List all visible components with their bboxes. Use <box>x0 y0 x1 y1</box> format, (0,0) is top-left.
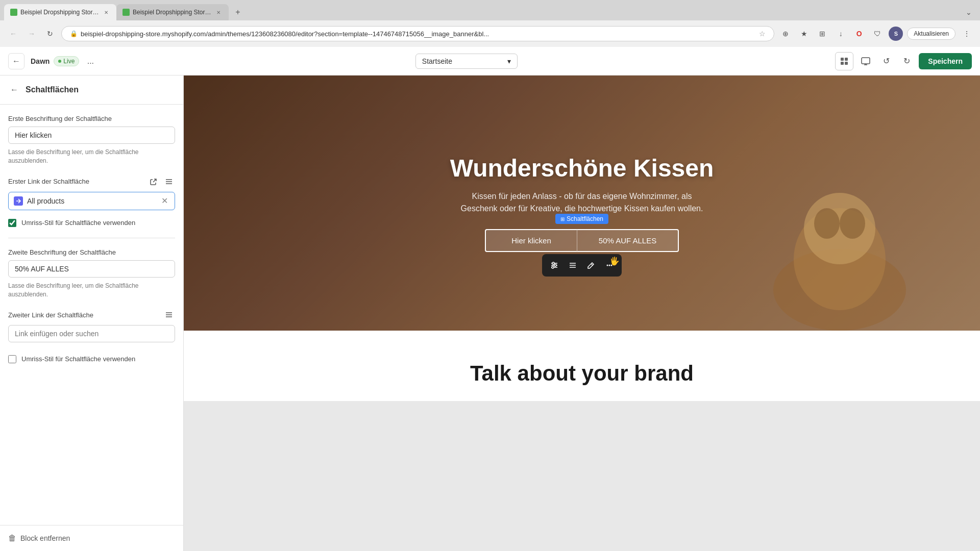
address-bar[interactable]: 🔒 beispiel-dropshipping-store.myshopify.… <box>61 26 774 41</box>
svg-point-23 <box>552 266 554 268</box>
main-area: ← Schaltflächen Erste Beschriftung der S… <box>0 76 980 551</box>
svg-rect-2 <box>841 62 844 65</box>
first-button-label-input[interactable] <box>8 127 175 144</box>
browser-chrome: Beispiel Dropshipping Store · ✕ Beispiel… <box>0 0 980 47</box>
svg-rect-4 <box>862 58 870 64</box>
preview-area: Wunderschöne Kissen Kissen für jeden Anl… <box>184 76 980 551</box>
sidebar-back-button[interactable]: ← <box>8 84 20 96</box>
live-label: Live <box>63 58 75 65</box>
outline-style-1-checkbox[interactable] <box>8 219 16 227</box>
tab-2-close[interactable]: ✕ <box>214 8 223 16</box>
sidebar-header: ← Schaltflächen <box>0 76 183 105</box>
minimize-button[interactable]: ⌄ <box>962 5 976 19</box>
schaltflachen-icon: ⊞ <box>560 216 565 222</box>
second-button-label-title: Zweite Beschriftung der Schaltfläche <box>8 248 175 256</box>
trash-icon: 🗑 <box>8 534 16 543</box>
ft-settings-button[interactable] <box>546 257 562 273</box>
profile-button[interactable]: S <box>889 27 903 41</box>
tab-2-favicon <box>122 9 130 16</box>
desktop-view-button[interactable] <box>857 53 874 69</box>
tab-groups-button[interactable]: ⊞ <box>815 27 829 41</box>
app-container: ← Dawn Live ... Startseite ▾ <box>0 47 980 551</box>
hero-primary-button[interactable]: Hier klicken <box>485 229 577 252</box>
reload-button[interactable]: ↻ <box>43 27 57 41</box>
forward-button[interactable]: → <box>24 27 39 41</box>
preview-frame: Wunderschöne Kissen Kissen für jeden Anl… <box>184 76 980 401</box>
svg-point-22 <box>554 264 556 266</box>
toolbar-back-button[interactable]: ← <box>8 53 24 69</box>
toolbar-right: ↺ ↻ Speichern <box>835 52 972 70</box>
second-link-title: Zweiter Link der Schaltfläche <box>8 311 93 319</box>
brand-title: Talk about your brand <box>204 361 960 386</box>
second-button-label-input[interactable] <box>8 260 175 278</box>
svg-rect-3 <box>845 62 848 65</box>
download-button[interactable]: ↓ <box>834 27 848 41</box>
ft-more-button[interactable]: 🖐 <box>601 257 618 273</box>
floating-toolbar: 🖐 <box>542 254 622 277</box>
outline-style-1-label: Umriss-Stil für Schaltfläche verwenden <box>21 218 135 228</box>
save-button[interactable]: Speichern <box>919 53 972 69</box>
first-link-title: Erster Link der Schaltfläche <box>8 178 89 185</box>
sidebar-title: Schaltflächen <box>26 85 79 94</box>
theme-menu-button[interactable]: ... <box>83 54 97 68</box>
svg-point-21 <box>552 262 554 264</box>
first-link-header: Erster Link der Schaltfläche <box>8 176 175 188</box>
new-tab-button[interactable]: + <box>231 5 245 19</box>
top-toolbar: ← Dawn Live ... Startseite ▾ <box>0 47 980 76</box>
svg-point-16 <box>814 208 840 239</box>
address-text: beispiel-dropshipping-store.myshopify.co… <box>81 30 756 38</box>
hero-title: Wunderschöne Kissen <box>450 154 714 182</box>
undo-button[interactable]: ↺ <box>878 53 894 69</box>
menu-button[interactable]: ⋮ <box>960 27 974 41</box>
svg-point-28 <box>607 265 608 266</box>
opera-icon[interactable]: O <box>852 27 866 41</box>
redo-button[interactable]: ↻ <box>898 53 915 69</box>
outline-style-1-row: Umriss-Stil für Schaltfläche verwenden <box>8 218 175 228</box>
first-link-icon <box>14 196 23 206</box>
brand-section: Talk about your brand <box>184 331 980 401</box>
tab-1-close[interactable]: ✕ <box>102 8 110 16</box>
first-link-input[interactable]: All products ✕ <box>8 192 175 210</box>
first-button-label-title: Erste Beschriftung der Schaltfläche <box>8 115 175 122</box>
sidebar-content: Erste Beschriftung der Schaltfläche Lass… <box>0 105 183 525</box>
second-link-input[interactable] <box>8 325 175 342</box>
theme-name: Dawn <box>31 57 50 65</box>
ft-list-button[interactable] <box>565 257 581 273</box>
svg-rect-1 <box>845 58 848 61</box>
outline-style-2-checkbox[interactable] <box>8 355 16 363</box>
tab-2-title: Beispiel Dropshipping Store · <box>133 9 211 16</box>
vpn-button[interactable]: 🛡 <box>870 27 885 41</box>
hero-image <box>738 127 916 331</box>
page-selector[interactable]: Startseite ▾ <box>415 54 518 69</box>
back-button[interactable]: ← <box>6 27 20 41</box>
section-divider <box>8 238 175 238</box>
second-link-menu-icon[interactable] <box>163 309 175 321</box>
bookmark-icon[interactable]: ☆ <box>759 30 766 38</box>
schaltflachen-label: ⊞ Schaltflächen <box>555 214 608 224</box>
toolbar-center: Startseite ▾ <box>104 54 829 69</box>
first-link-icons <box>148 176 175 188</box>
first-link-clear-button[interactable]: ✕ <box>159 196 169 206</box>
first-button-label-hint: Lasse die Beschriftung leer, um die Scha… <box>8 148 175 165</box>
lock-icon: 🔒 <box>70 30 78 37</box>
tab-1[interactable]: Beispiel Dropshipping Store · ✕ <box>4 4 116 20</box>
schaltflachen-text: Schaltflächen <box>567 215 603 222</box>
extensions-button[interactable]: ⊕ <box>778 27 793 41</box>
svg-point-15 <box>804 193 875 264</box>
aktualisieren-button[interactable]: Aktualisieren <box>907 28 955 40</box>
tab-2[interactable]: Beispiel Dropshipping Store · ✕ <box>116 4 229 20</box>
remove-block-button[interactable]: 🗑 Block entfernen <box>8 534 175 543</box>
sections-button[interactable] <box>835 52 853 70</box>
svg-rect-0 <box>841 58 844 61</box>
star-button[interactable]: ★ <box>797 27 811 41</box>
hero-secondary-button[interactable]: 50% AUF ALLES <box>577 229 679 252</box>
first-link-menu-icon[interactable] <box>163 176 175 188</box>
hero-section: Wunderschöne Kissen Kissen für jeden Anl… <box>184 76 980 331</box>
second-link-header: Zweiter Link der Schaltfläche <box>8 309 175 321</box>
live-badge: Live <box>54 56 79 66</box>
live-dot <box>58 60 61 63</box>
tab-1-title: Beispiel Dropshipping Store · <box>20 9 99 16</box>
first-link-external-icon[interactable] <box>148 176 160 188</box>
ft-edit-button[interactable] <box>583 257 599 273</box>
tab-bar: Beispiel Dropshipping Store · ✕ Beispiel… <box>0 0 980 20</box>
